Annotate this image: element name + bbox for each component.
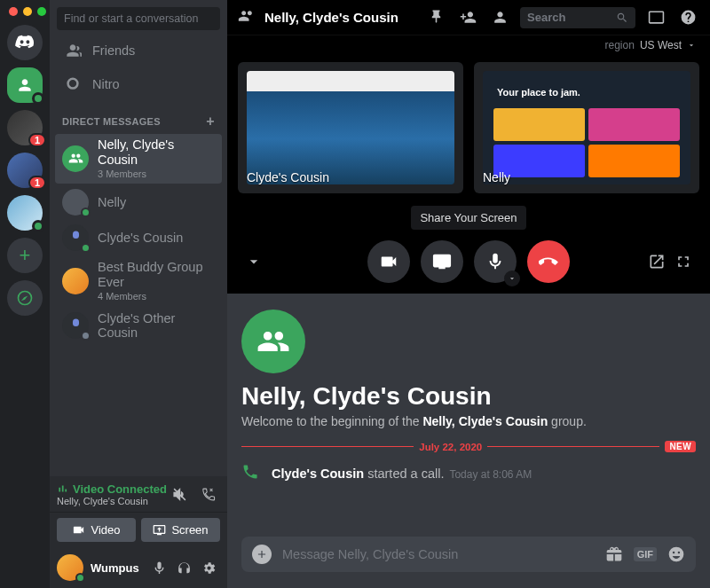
dm-item-group[interactable]: Best Buddy Group Ever4 Members — [55, 256, 222, 306]
stream-user: Clyde's Cousin — [247, 170, 329, 184]
stream-caption: Your place to jam. — [497, 87, 580, 98]
voice-status: Video Connected — [57, 482, 167, 496]
popout-icon[interactable] — [648, 253, 666, 270]
help-icon[interactable] — [676, 9, 699, 26]
group-avatar — [62, 145, 89, 172]
tooltip: Share Your Screen — [411, 206, 525, 230]
username: Wumpus — [91, 561, 140, 575]
dm-name: Clyde's Other Cousin — [98, 311, 215, 340]
stream-tile[interactable]: Clyde's Cousin — [238, 62, 463, 193]
new-dm-button[interactable]: + — [206, 114, 215, 129]
search-input[interactable]: Find or start a conversation — [57, 7, 220, 30]
stream-tile[interactable]: Your place to jam.Nelly — [474, 62, 699, 193]
chat-pane: Nelly, Clyde's Cousin Welcome to the beg… — [227, 294, 710, 588]
date-divider: July 22, 2020NEW — [241, 441, 696, 452]
disconnect-button[interactable] — [195, 482, 220, 506]
chevron-down-icon[interactable] — [245, 253, 263, 270]
avatar — [62, 312, 89, 339]
dm-subtitle: 4 Members — [98, 291, 215, 302]
status-dot — [81, 208, 91, 217]
video-button[interactable]: Video — [57, 518, 136, 542]
call-message: Clyde's Cousin started a call.Today at 8… — [241, 459, 696, 488]
online-dot — [32, 220, 44, 232]
fullscreen-icon[interactable] — [674, 253, 692, 270]
timestamp: Today at 8:06 AM — [449, 468, 532, 481]
channel-title: Nelly, Clyde's Cousin — [264, 10, 398, 25]
members-icon[interactable] — [488, 9, 511, 26]
voice-channel: Nelly, Clyde's Cousin — [57, 496, 167, 506]
dm-server[interactable] — [7, 67, 43, 103]
window-traffic-lights[interactable] — [9, 7, 46, 16]
dm-item[interactable]: Nelly — [55, 185, 222, 219]
region-selector[interactable]: regionUS West — [227, 35, 710, 55]
topbar: Nelly, Clyde's Cousin Search — [227, 0, 710, 35]
group-icon — [238, 7, 256, 27]
status-dot — [81, 243, 91, 253]
explore-button[interactable] — [7, 280, 43, 316]
dm-name: Nelly — [98, 195, 126, 209]
unread-badge: 1 — [28, 176, 46, 190]
server-3[interactable] — [7, 195, 43, 231]
settings-button[interactable] — [197, 556, 220, 579]
deafen-button[interactable] — [172, 556, 195, 579]
dm-item[interactable]: Clyde's Cousin — [55, 221, 222, 255]
dm-name: Clyde's Cousin — [98, 231, 183, 245]
call-controls — [238, 237, 699, 283]
channel-sidebar: Find or start a conversation Friends Nit… — [50, 0, 227, 588]
screenshare-button[interactable] — [421, 240, 463, 283]
message-composer[interactable]: Message Nelly, Clyde's Cousin GIF — [241, 537, 696, 572]
call-area: Clyde's Cousin Your place to jam.Nelly S… — [227, 55, 710, 294]
dm-name: Best Buddy Group Ever — [98, 260, 215, 291]
phone-icon — [241, 463, 259, 484]
avatar — [62, 189, 89, 216]
emoji-icon[interactable] — [667, 545, 685, 563]
inbox-icon[interactable] — [644, 9, 667, 26]
screen-button[interactable]: Screen — [141, 518, 220, 542]
mic-button[interactable] — [474, 240, 517, 283]
chat-title: Nelly, Clyde's Cousin — [241, 382, 696, 411]
avatar — [62, 224, 89, 251]
stream-user: Nelly — [483, 170, 510, 184]
new-badge: NEW — [665, 441, 696, 452]
mute-button[interactable] — [147, 556, 170, 579]
status-dot — [81, 331, 91, 341]
gift-icon[interactable] — [605, 545, 623, 563]
dm-name: Nelly, Clyde's Cousin — [98, 137, 215, 169]
topbar-search[interactable]: Search — [520, 7, 635, 28]
dm-header: DIRECT MESSAGES+ — [50, 101, 227, 133]
dm-item[interactable]: Clyde's Other Cousin — [55, 308, 222, 343]
main-area: Nelly, Clyde's Cousin Search regionUS We… — [227, 0, 710, 588]
server-rail: 1 1 + — [0, 0, 50, 588]
dm-subtitle: 3 Members — [98, 169, 215, 180]
unread-badge: 1 — [28, 133, 46, 147]
dm-item-group[interactable]: Nelly, Clyde's Cousin3 Members — [55, 134, 222, 184]
mic-options[interactable] — [504, 270, 520, 286]
hangup-button[interactable] — [527, 240, 570, 283]
user-panel: Wumpus — [50, 547, 227, 588]
pin-icon[interactable] — [424, 9, 447, 26]
group-avatar-large — [241, 310, 305, 373]
server-2[interactable]: 1 — [7, 153, 43, 188]
attach-button[interactable] — [252, 545, 272, 564]
group-avatar — [62, 268, 89, 294]
add-friend-icon[interactable] — [456, 9, 479, 26]
nitro-tab[interactable]: Nitro — [55, 68, 222, 100]
composer-placeholder: Message Nelly, Clyde's Cousin — [282, 547, 595, 561]
online-dot — [32, 92, 44, 105]
user-avatar[interactable] — [57, 554, 83, 581]
add-server-button[interactable]: + — [7, 238, 43, 273]
camera-button[interactable] — [367, 240, 410, 283]
noise-suppression-button[interactable] — [167, 482, 192, 506]
chat-welcome: Welcome to the beginning of the Nelly, C… — [241, 414, 696, 428]
home-button[interactable] — [7, 25, 43, 60]
gif-button[interactable]: GIF — [634, 547, 657, 561]
server-1[interactable]: 1 — [7, 110, 43, 145]
friends-tab[interactable]: Friends — [55, 35, 222, 67]
voice-status-panel: Video ConnectedNelly, Clyde's Cousin — [50, 476, 227, 513]
